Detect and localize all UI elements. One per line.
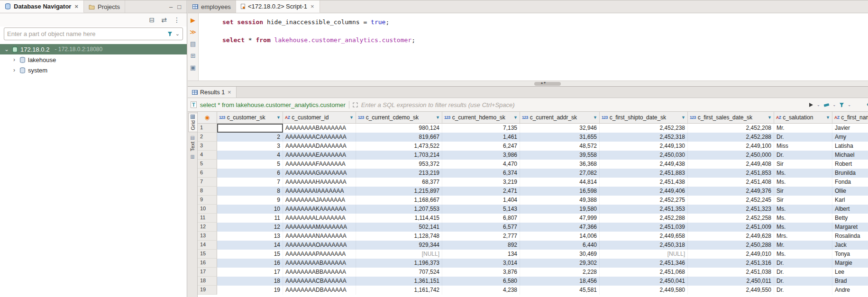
table-cell[interactable]: 14 [217, 241, 283, 250]
table-cell[interactable]: 1,215,897 [356, 187, 442, 196]
explain-plan-button[interactable]: ▤ [190, 41, 196, 47]
table-cell[interactable]: 2,449,628 [688, 232, 774, 241]
table-cell[interactable]: 2,452,208 [688, 124, 774, 133]
table-cell[interactable]: 16 [217, 259, 283, 268]
apply-filter-play-icon[interactable] [809, 102, 813, 108]
table-cell[interactable]: 2,450,030 [600, 151, 688, 160]
table-cell[interactable]: Ms. [774, 205, 832, 214]
table-cell[interactable]: 4 [217, 151, 283, 160]
sort-dropdown-icon[interactable]: ▼ [681, 115, 685, 120]
execute-statement-button[interactable]: ▶ [191, 17, 195, 24]
table-cell[interactable]: 2,451,346 [600, 259, 688, 268]
table-cell[interactable]: Dr. [774, 286, 832, 295]
table-cell[interactable]: 2,449,550 [688, 286, 774, 295]
tree-item-system[interactable]: › system [0, 65, 187, 75]
table-cell[interactable]: 2,451,853 [688, 169, 774, 178]
table-cell[interactable]: Ms. [774, 169, 832, 178]
table-cell[interactable]: 48,572 [520, 142, 600, 151]
table-cell[interactable]: Ms. [774, 223, 832, 232]
row-number[interactable]: 4 [198, 151, 217, 160]
table-cell[interactable]: 2,452,258 [688, 214, 774, 223]
tab-text[interactable]: ▤ Text [188, 134, 197, 153]
table-cell[interactable]: 1,461 [442, 133, 520, 142]
table-cell[interactable]: Sir [774, 196, 832, 205]
table-cell[interactable]: 213,219 [356, 169, 442, 178]
table-cell[interactable]: 2,449,376 [688, 187, 774, 196]
table-cell[interactable]: 10 [217, 205, 283, 214]
table-cell[interactable]: 47,366 [520, 223, 600, 232]
table-cell[interactable]: 2,449,408 [688, 160, 774, 169]
table-cell[interactable]: AAAAAAAACAAAAAAA [283, 133, 356, 142]
table-cell[interactable]: Sir [774, 160, 832, 169]
editor-hscrollbar[interactable]: ▴▾ [188, 81, 868, 86]
column-header-c_current_addr_sk[interactable]: 123c_current_addr_sk▼ [520, 112, 600, 123]
table-cell[interactable]: 18 [217, 277, 283, 286]
table-cell[interactable]: 2,228 [520, 268, 600, 277]
table-cell[interactable]: 36,368 [520, 160, 600, 169]
table-cell[interactable]: AAAAAAAAOAAAAAAA [283, 241, 356, 250]
column-header-c_first_sales_date_sk[interactable]: 123c_first_sales_date_sk▼ [688, 112, 774, 123]
table-cell[interactable]: 3 [217, 142, 283, 151]
row-number[interactable]: 5 [198, 160, 217, 169]
expander-closed-icon[interactable]: › [11, 67, 17, 73]
table-cell[interactable]: AAAAAAAAFAAAAAAA [283, 160, 356, 169]
table-cell[interactable]: 31,655 [520, 133, 600, 142]
chevron-down-icon[interactable]: ⌄ [848, 103, 851, 107]
table-cell[interactable]: 2 [217, 133, 283, 142]
table-cell[interactable]: 6,577 [442, 223, 520, 232]
table-cell[interactable]: 1,128,748 [356, 232, 442, 241]
table-cell[interactable]: [NULL] [600, 250, 688, 259]
table-cell[interactable]: 27,082 [520, 169, 600, 178]
table-cell[interactable]: 1,168,667 [356, 196, 442, 205]
table-cell[interactable]: 11 [217, 214, 283, 223]
table-cell[interactable]: AAAAAAAAJAAAAAAA [283, 196, 356, 205]
table-cell[interactable]: 68,377 [356, 178, 442, 187]
row-number[interactable]: 3 [198, 142, 217, 151]
table-cell[interactable]: 980,124 [356, 124, 442, 133]
table-cell[interactable]: 6,440 [520, 241, 600, 250]
maximize-panel-button[interactable]: □ [177, 3, 181, 10]
table-cell[interactable]: Miss [774, 142, 832, 151]
table-cell[interactable]: 5,143 [442, 205, 520, 214]
table-cell[interactable]: Betty [832, 214, 868, 223]
table-cell[interactable]: 2,452,318 [600, 133, 688, 142]
table-cell[interactable]: 45,581 [520, 286, 600, 295]
table-cell[interactable]: 2,451,039 [600, 223, 688, 232]
table-cell[interactable]: Latisha [832, 142, 868, 151]
view-menu-icon[interactable]: ⋮ [174, 16, 180, 24]
row-number[interactable]: 17 [198, 268, 217, 277]
table-cell[interactable]: 3,014 [442, 259, 520, 268]
executed-statement[interactable]: select * from lakehouse.customer_analyti… [200, 101, 346, 108]
table-cell[interactable]: 1,196,373 [356, 259, 442, 268]
execute-script-button[interactable]: ≫ [190, 29, 196, 36]
table-cell[interactable]: 6,247 [442, 142, 520, 151]
table-cell[interactable]: Lee [832, 268, 868, 277]
table-cell[interactable]: Dr. [774, 268, 832, 277]
sort-dropdown-icon[interactable]: ▼ [436, 115, 440, 120]
table-cell[interactable]: 2,451,009 [688, 223, 774, 232]
row-number[interactable]: 19 [198, 286, 217, 295]
table-cell[interactable]: AAAAAAAACBAAAAAA [283, 277, 356, 286]
table-cell[interactable]: 17 [217, 268, 283, 277]
close-icon[interactable]: × [74, 3, 79, 10]
chevron-down-icon[interactable]: ⌄ [817, 103, 820, 107]
tab-grid[interactable]: Grid [188, 113, 197, 132]
row-number[interactable]: 1 [198, 124, 217, 133]
table-cell[interactable]: 6,807 [442, 214, 520, 223]
row-number[interactable]: 16 [198, 259, 217, 268]
table-cell[interactable]: AAAAAAAAIAAAAAAA [283, 187, 356, 196]
table-cell[interactable]: AAAAAAAADAAAAAAA [283, 142, 356, 151]
table-cell[interactable]: AAAAAAAABAAAAAAA [283, 124, 356, 133]
table-cell[interactable]: Amy [832, 133, 868, 142]
row-number[interactable]: 8 [198, 187, 217, 196]
filter-expression-input[interactable] [361, 101, 805, 108]
table-cell[interactable]: Margie [832, 259, 868, 268]
filter-settings-icon[interactable] [839, 102, 844, 108]
table-cell[interactable]: AAAAAAAAPAAAAAAA [283, 250, 356, 259]
table-cell[interactable]: 2,452,288 [688, 133, 774, 142]
table-cell[interactable]: 134 [442, 250, 520, 259]
table-cell[interactable]: 7,135 [442, 124, 520, 133]
row-number[interactable]: 11 [198, 214, 217, 223]
table-cell[interactable]: Ms. [774, 214, 832, 223]
table-cell[interactable]: AAAAAAAALAAAAAAA [283, 214, 356, 223]
